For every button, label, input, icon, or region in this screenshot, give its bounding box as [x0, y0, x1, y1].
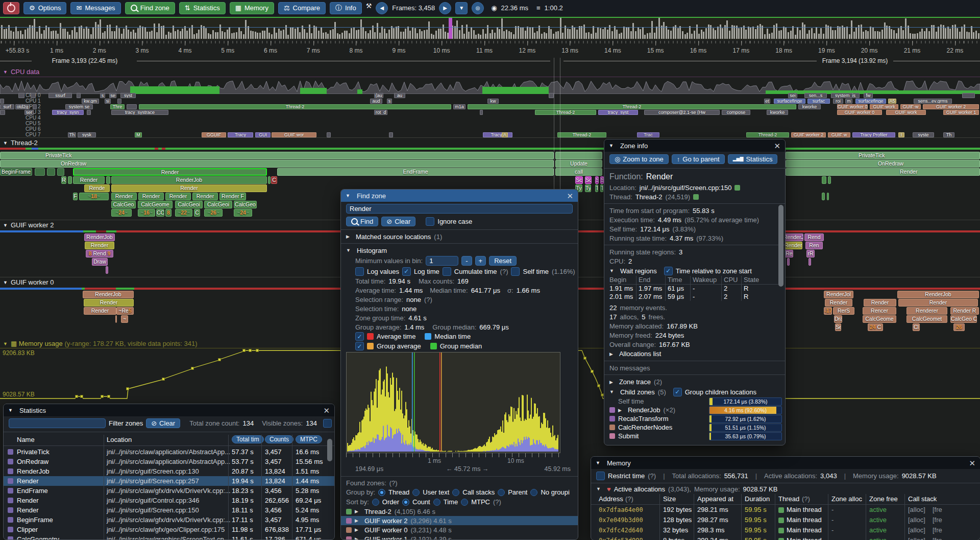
timeline-zone[interactable]: Render F [219, 193, 246, 200]
close-icon[interactable]: ✕ [969, 459, 975, 467]
zone-name[interactable]: RenderJob [17, 466, 50, 476]
zone-name[interactable]: Render [17, 505, 39, 515]
group-by-radio-user-text[interactable] [412, 489, 420, 496]
col-mtpc-sort[interactable]: MTPC [296, 435, 322, 443]
tools-icon[interactable]: ⚒ [366, 2, 372, 14]
sort-by-radio-time[interactable] [433, 499, 440, 506]
cpu-zone[interactable]: kw [487, 99, 499, 104]
frame-dropdown-button[interactable]: ▼ [455, 2, 468, 14]
table-row[interactable]: Renderjni/../jni/src/guif/Screen.cpp:150… [4, 505, 334, 515]
help-icon[interactable]: (?) [802, 495, 810, 503]
mem-col-address[interactable]: Address [599, 495, 623, 503]
prev-frame-button[interactable]: ◀ [376, 2, 388, 14]
cpu-zone[interactable]: Tracy Profiler [852, 132, 895, 137]
legend-checkbox[interactable] [355, 332, 364, 341]
expand-icon[interactable]: ▶ [355, 527, 358, 532]
close-icon[interactable]: ✕ [323, 407, 330, 414]
thread-section-label[interactable]: ▼GUIF worker 2 [3, 221, 54, 229]
cumulate-time-checkbox[interactable] [443, 267, 451, 276]
timeline-zone[interactable]: Render [786, 168, 980, 176]
cpu-zone[interactable]: otd2g [15, 104, 30, 109]
group-by-radio-thread[interactable] [378, 489, 385, 496]
timeline-zone[interactable]: T [600, 184, 603, 192]
timeline-zone[interactable] [787, 258, 790, 266]
collapse-icon[interactable]: ▼ [3, 69, 8, 75]
zone-location[interactable]: jni/../jni/src/guif/Screen.cpp:150 [107, 505, 199, 515]
help-icon[interactable]: (?) [389, 479, 398, 487]
find-zone-titlebar[interactable]: ▼ Find zone ✕ [341, 190, 578, 202]
allocation-address[interactable]: 0x7dfaa64e00 [599, 505, 643, 515]
cpu-zone[interactable]: Thread-2 [139, 104, 451, 109]
timeline-zone[interactable]: Renderer [906, 307, 947, 315]
timeline-zone[interactable]: ~26~ [204, 209, 223, 217]
cpu-zone[interactable]: GUIF-w [900, 104, 921, 109]
timeline-zone[interactable]: CalcGeo [111, 201, 136, 208]
timeline-zone[interactable] [106, 266, 108, 274]
clear-filter-button[interactable]: ⊘Clear [146, 418, 180, 428]
timeline-zone[interactable]: ~24~ [111, 209, 132, 217]
frame-right-label[interactable]: Frame 3,194 (13.92 ms) [818, 57, 892, 64]
allocation-address[interactable]: 0x7dfc53d998 [599, 535, 643, 540]
collapse-icon[interactable]: ▼ [346, 248, 351, 253]
cpu-zone[interactable]: GUIF worker 2 [923, 104, 979, 109]
timeline-zone[interactable]: Render [111, 193, 137, 200]
timeline-zone[interactable] [115, 315, 117, 323]
cpu-zone[interactable]: kw.gm [82, 99, 99, 104]
mem-col-call-stack[interactable]: Call stack [908, 495, 937, 503]
collapse-icon[interactable]: ▼ [3, 223, 8, 228]
cpu-zone[interactable] [18, 93, 24, 98]
frame-left-label[interactable]: Frame 3,193 (22.45 ms) [34, 57, 136, 64]
selected-frame-marker[interactable] [449, 18, 452, 39]
call-stack-free-link[interactable]: [fre [933, 505, 942, 515]
timeline-zone[interactable]: CalcGeo [234, 201, 257, 208]
cpu-zone[interactable]: (au [374, 93, 383, 98]
timeline-zone[interactable]: CalcGeomet [906, 315, 947, 323]
child-zone-row[interactable]: ▶RenderJob(×2)4.16 ms (92.60%) [604, 406, 785, 414]
cpu-zone[interactable]: GUI [255, 132, 271, 137]
zone-location[interactable]: jni/../jni/src/guif/Control.cpp:346 [107, 496, 199, 505]
timeline-zone[interactable] [57, 168, 64, 176]
cpu-zone[interactable]: Tracy [228, 132, 253, 137]
timeline-zone[interactable] [828, 176, 831, 184]
cpu-zone[interactable]: rot_d [374, 110, 387, 115]
timeline-zone[interactable] [822, 176, 826, 184]
power-button[interactable] [3, 2, 19, 14]
options-button[interactable]: ⚙Options [23, 2, 66, 14]
timeline-zone[interactable]: RenderJob [84, 233, 115, 241]
timeline-zone[interactable] [68, 176, 72, 184]
timeline-zone[interactable]: Sef [835, 323, 841, 331]
zone-location[interactable]: jni/../jni/src/claw/gfx/geo/Clipper.cpp:… [107, 525, 225, 534]
timeline-zone[interactable]: RenderJob [897, 291, 979, 298]
timeline-zone[interactable]: Re [785, 250, 793, 257]
thread-section-label[interactable]: ▼GUIF worker 0 [3, 278, 54, 286]
timeline-zone[interactable]: T [595, 184, 598, 192]
zone-location[interactable]: jni/../jni/src/claw/graphics/ScreenText.… [107, 534, 230, 540]
timeline-zone[interactable]: ~24~ [234, 209, 252, 217]
timeline-zone[interactable]: Render [84, 299, 134, 307]
cpu-zone[interactable]: m1a [453, 104, 465, 109]
cpu-zone[interactable]: se [109, 93, 116, 98]
zone-name[interactable]: BeginFrame [17, 515, 53, 525]
find-button[interactable]: Find [346, 217, 378, 226]
cpu-zone[interactable]: GUIF work [886, 110, 926, 115]
mem-col-appeared-at[interactable]: Appeared at [697, 495, 733, 503]
timeline-zone[interactable]: BeginFrame [0, 168, 32, 176]
call-stack-alloc-link[interactable]: [alloc] [908, 505, 925, 515]
collapse-icon[interactable]: ▼ [346, 193, 350, 198]
ignore-case-checkbox[interactable] [426, 217, 434, 226]
timeline-zone[interactable]: OnRedraw [0, 160, 554, 168]
timeline-zone[interactable]: ~Re5 [116, 307, 134, 315]
zone-location[interactable]: jni/../jni/src/guif/Screen.cpp:130 [107, 466, 199, 476]
timeline-zone[interactable] [555, 152, 602, 159]
zoom-to-zone-button[interactable]: ◎Zoom to zone [609, 154, 669, 164]
cpu-zone[interactable]: GUIF worker 0 [837, 104, 868, 109]
minbin-input[interactable] [426, 256, 458, 266]
statistics-button[interactable]: ⇅Statistics [179, 2, 226, 14]
timeline-zone[interactable]: Render [864, 299, 896, 307]
allocation-appeared[interactable]: 298.3 ms [697, 525, 724, 535]
col-total-time-sort[interactable]: Total tim [232, 435, 264, 443]
cpu-zone[interactable]: sysk [78, 132, 96, 137]
cpu-zone[interactable]: system se [65, 104, 93, 109]
expand-icon[interactable]: ▶ [355, 509, 358, 514]
location-value[interactable]: jni/../jni/src/guif/Screen.cpp:150 [640, 184, 732, 192]
